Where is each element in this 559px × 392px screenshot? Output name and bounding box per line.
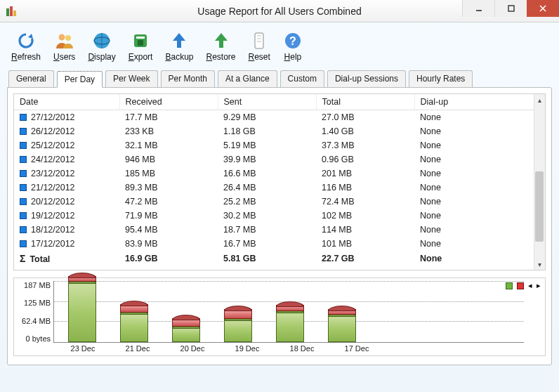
- col-header-dialup[interactable]: Dial-up: [414, 94, 545, 110]
- restore-button[interactable]: Restore: [206, 31, 235, 62]
- row-icon: [20, 184, 27, 191]
- app-icon: [6, 6, 17, 17]
- backup-icon: [169, 31, 189, 51]
- svg-text:?: ?: [289, 35, 296, 47]
- table-total-row: ΣTotal16.9 GB5.81 GB22.7 GBNone: [14, 251, 545, 266]
- svg-rect-15: [255, 33, 263, 48]
- toolbar-label: Export: [129, 52, 153, 62]
- toolbar: Refresh Users Display Export Backup Rest…: [7, 30, 552, 67]
- row-icon: [20, 240, 27, 247]
- tab-panel: Date Received Sent Total Dial-up 27/12/2…: [7, 87, 552, 365]
- tab-per-month[interactable]: Per Month: [161, 70, 215, 87]
- chart-bar: [172, 281, 200, 342]
- scroll-down-icon[interactable]: ▾: [534, 259, 545, 270]
- col-header-date[interactable]: Date: [14, 94, 119, 110]
- chart-bar: [276, 281, 304, 342]
- table-header-row: Date Received Sent Total Dial-up: [14, 94, 545, 110]
- y-tick: 125 MB: [18, 299, 51, 307]
- chart-plot-area: [53, 281, 524, 343]
- table-row[interactable]: 27/12/201217.7 MB9.29 MB27.0 MBNone: [14, 110, 545, 125]
- toolbar-label: Restore: [206, 52, 235, 62]
- display-button[interactable]: Display: [88, 31, 115, 62]
- table-row[interactable]: 25/12/201232.1 MB5.19 MB37.3 MBNone: [14, 138, 545, 152]
- col-header-total[interactable]: Total: [316, 94, 414, 110]
- table-row[interactable]: 17/12/201283.9 MB16.7 MB101 MBNone: [14, 237, 545, 251]
- svg-rect-1: [10, 6, 13, 16]
- x-tick: 23 Dec: [67, 344, 98, 353]
- svg-rect-0: [6, 8, 9, 16]
- table-row[interactable]: 23/12/2012185 MB16.6 MB201 MBNone: [14, 166, 545, 181]
- toolbar-label: Reset: [249, 52, 270, 62]
- backup-button[interactable]: Backup: [165, 31, 193, 62]
- svg-rect-4: [508, 6, 514, 11]
- x-tick: 21 Dec: [122, 344, 153, 353]
- export-icon: [131, 31, 150, 51]
- table-scrollbar[interactable]: ▴ ▾: [534, 94, 545, 270]
- tab-dial-up-sessions[interactable]: Dial-up Sessions: [327, 70, 406, 87]
- table-row[interactable]: 19/12/201271.9 MB30.2 MB102 MBNone: [14, 209, 545, 223]
- chart-bar: [68, 281, 96, 342]
- tab-per-week[interactable]: Per Week: [105, 70, 157, 87]
- table-row[interactable]: 21/12/201289.3 MB26.4 MB116 MBNone: [14, 181, 545, 195]
- tab-custom[interactable]: Custom: [280, 70, 324, 87]
- titlebar: Usage Report for All Users Combined: [0, 0, 559, 22]
- toolbar-label: Help: [284, 52, 302, 62]
- users-icon: [55, 31, 74, 51]
- restore-icon: [211, 31, 231, 51]
- chart-x-axis: 23 Dec21 Dec20 Dec19 Dec18 Dec17 Dec: [18, 344, 524, 353]
- export-button[interactable]: Export: [129, 31, 153, 62]
- window-title: Usage Report for All Users Combined: [197, 6, 361, 17]
- svg-point-7: [58, 34, 65, 41]
- reset-button[interactable]: Reset: [249, 31, 270, 62]
- chart-y-axis: 187 MB 125 MB 62.4 MB 0 bytes: [18, 281, 53, 343]
- row-icon: [20, 198, 27, 205]
- toolbar-label: Refresh: [11, 52, 41, 62]
- maximize-button[interactable]: [494, 0, 527, 17]
- y-tick: 0 bytes: [18, 334, 51, 343]
- chart-bar: [120, 281, 148, 342]
- refresh-icon: [16, 31, 36, 51]
- table-row[interactable]: 18/12/201295.4 MB18.7 MB114 MBNone: [14, 223, 545, 237]
- svg-rect-14: [138, 40, 143, 46]
- scroll-thumb[interactable]: [535, 171, 544, 242]
- display-icon: [92, 31, 112, 51]
- svg-rect-2: [13, 11, 16, 16]
- help-button[interactable]: ? Help: [283, 31, 303, 62]
- window-controls: [462, 0, 559, 17]
- refresh-button[interactable]: Refresh: [11, 31, 41, 62]
- tab-at-a-glance[interactable]: At a Glance: [218, 70, 277, 87]
- row-icon: [20, 226, 27, 233]
- tab-per-day[interactable]: Per Day: [57, 71, 103, 88]
- users-button[interactable]: Users: [53, 31, 75, 62]
- minimize-button[interactable]: [462, 0, 494, 17]
- toolbar-label: Users: [53, 52, 75, 62]
- toolbar-label: Backup: [165, 52, 193, 62]
- toolbar-label: Display: [88, 52, 115, 62]
- row-icon: [20, 142, 27, 149]
- x-tick: 19 Dec: [232, 344, 263, 353]
- row-icon: [20, 156, 27, 163]
- table-row[interactable]: 26/12/2012233 KB1.18 GB1.40 GBNone: [14, 124, 545, 138]
- chart-bar: [328, 281, 356, 342]
- x-tick: 20 Dec: [177, 344, 208, 353]
- col-header-sent[interactable]: Sent: [218, 94, 316, 110]
- svg-rect-13: [136, 37, 145, 39]
- svg-point-8: [65, 35, 71, 41]
- help-icon: ?: [283, 31, 303, 51]
- close-button[interactable]: [527, 0, 559, 17]
- x-tick: 17 Dec: [341, 344, 372, 353]
- table-row[interactable]: 20/12/201247.2 MB25.2 MB72.4 MBNone: [14, 195, 545, 209]
- client-area: Refresh Users Display Export Backup Rest…: [0, 22, 559, 392]
- col-header-received[interactable]: Received: [119, 94, 218, 110]
- scroll-up-icon[interactable]: ▴: [534, 94, 545, 105]
- tab-general[interactable]: General: [8, 70, 54, 87]
- y-tick: 62.4 MB: [18, 317, 51, 325]
- usage-chart: ◂ ▸ 187 MB 125 MB 62.4 MB 0 bytes 23 Dec…: [13, 277, 546, 356]
- chart-prev-button[interactable]: ◂: [528, 281, 532, 290]
- y-tick: 187 MB: [18, 281, 51, 289]
- chart-next-button[interactable]: ▸: [537, 281, 541, 290]
- row-icon: [20, 128, 27, 135]
- table-row[interactable]: 24/12/2012946 MB39.9 MB0.96 GBNone: [14, 152, 545, 166]
- tab-hourly-rates[interactable]: Hourly Rates: [409, 70, 473, 87]
- usage-table: Date Received Sent Total Dial-up 27/12/2…: [13, 93, 546, 270]
